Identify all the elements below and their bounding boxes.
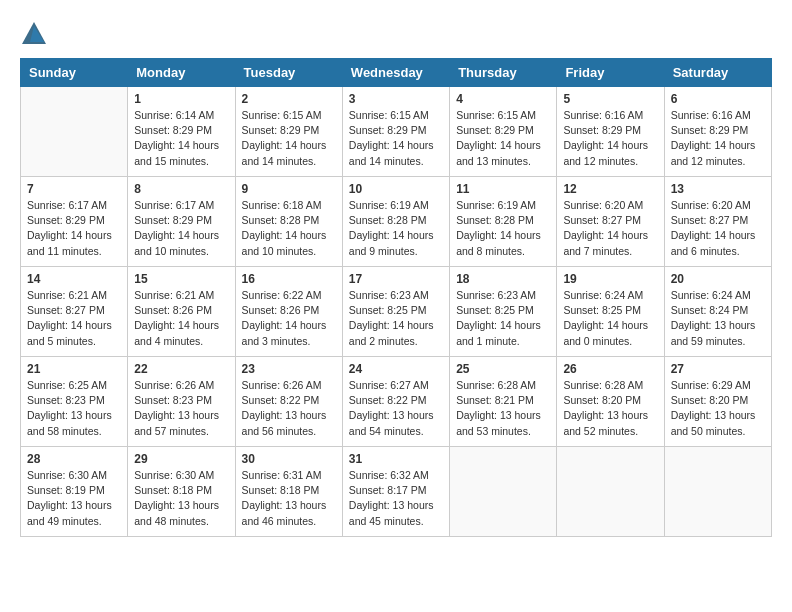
day-info: Sunrise: 6:28 AM Sunset: 8:21 PM Dayligh…: [456, 378, 550, 439]
column-header-saturday: Saturday: [664, 59, 771, 87]
day-number: 3: [349, 92, 443, 106]
column-header-sunday: Sunday: [21, 59, 128, 87]
calendar-cell: 20 Sunrise: 6:24 AM Sunset: 8:24 PM Dayl…: [664, 267, 771, 357]
day-info: Sunrise: 6:23 AM Sunset: 8:25 PM Dayligh…: [456, 288, 550, 349]
calendar-cell: 10 Sunrise: 6:19 AM Sunset: 8:28 PM Dayl…: [342, 177, 449, 267]
day-number: 18: [456, 272, 550, 286]
day-info: Sunrise: 6:18 AM Sunset: 8:28 PM Dayligh…: [242, 198, 336, 259]
day-number: 13: [671, 182, 765, 196]
logo-icon: [20, 20, 48, 48]
calendar-cell: 9 Sunrise: 6:18 AM Sunset: 8:28 PM Dayli…: [235, 177, 342, 267]
calendar-cell: [21, 87, 128, 177]
day-number: 25: [456, 362, 550, 376]
day-info: Sunrise: 6:19 AM Sunset: 8:28 PM Dayligh…: [349, 198, 443, 259]
day-number: 30: [242, 452, 336, 466]
day-info: Sunrise: 6:28 AM Sunset: 8:20 PM Dayligh…: [563, 378, 657, 439]
calendar-cell: 15 Sunrise: 6:21 AM Sunset: 8:26 PM Dayl…: [128, 267, 235, 357]
day-number: 21: [27, 362, 121, 376]
calendar-cell: 16 Sunrise: 6:22 AM Sunset: 8:26 PM Dayl…: [235, 267, 342, 357]
day-number: 28: [27, 452, 121, 466]
calendar-week-2: 7 Sunrise: 6:17 AM Sunset: 8:29 PM Dayli…: [21, 177, 772, 267]
day-info: Sunrise: 6:22 AM Sunset: 8:26 PM Dayligh…: [242, 288, 336, 349]
day-info: Sunrise: 6:25 AM Sunset: 8:23 PM Dayligh…: [27, 378, 121, 439]
calendar-cell: 31 Sunrise: 6:32 AM Sunset: 8:17 PM Dayl…: [342, 447, 449, 537]
day-info: Sunrise: 6:16 AM Sunset: 8:29 PM Dayligh…: [671, 108, 765, 169]
calendar-cell: 21 Sunrise: 6:25 AM Sunset: 8:23 PM Dayl…: [21, 357, 128, 447]
day-number: 27: [671, 362, 765, 376]
day-info: Sunrise: 6:15 AM Sunset: 8:29 PM Dayligh…: [242, 108, 336, 169]
calendar-cell: 19 Sunrise: 6:24 AM Sunset: 8:25 PM Dayl…: [557, 267, 664, 357]
day-info: Sunrise: 6:26 AM Sunset: 8:22 PM Dayligh…: [242, 378, 336, 439]
day-number: 22: [134, 362, 228, 376]
day-info: Sunrise: 6:15 AM Sunset: 8:29 PM Dayligh…: [456, 108, 550, 169]
day-info: Sunrise: 6:29 AM Sunset: 8:20 PM Dayligh…: [671, 378, 765, 439]
day-info: Sunrise: 6:21 AM Sunset: 8:26 PM Dayligh…: [134, 288, 228, 349]
calendar-cell: 25 Sunrise: 6:28 AM Sunset: 8:21 PM Dayl…: [450, 357, 557, 447]
calendar-week-3: 14 Sunrise: 6:21 AM Sunset: 8:27 PM Dayl…: [21, 267, 772, 357]
day-info: Sunrise: 6:26 AM Sunset: 8:23 PM Dayligh…: [134, 378, 228, 439]
calendar-cell: [664, 447, 771, 537]
calendar-cell: 14 Sunrise: 6:21 AM Sunset: 8:27 PM Dayl…: [21, 267, 128, 357]
day-number: 31: [349, 452, 443, 466]
day-info: Sunrise: 6:20 AM Sunset: 8:27 PM Dayligh…: [563, 198, 657, 259]
day-number: 11: [456, 182, 550, 196]
day-info: Sunrise: 6:27 AM Sunset: 8:22 PM Dayligh…: [349, 378, 443, 439]
day-number: 20: [671, 272, 765, 286]
calendar-cell: 29 Sunrise: 6:30 AM Sunset: 8:18 PM Dayl…: [128, 447, 235, 537]
calendar-cell: 22 Sunrise: 6:26 AM Sunset: 8:23 PM Dayl…: [128, 357, 235, 447]
day-number: 2: [242, 92, 336, 106]
calendar-cell: 27 Sunrise: 6:29 AM Sunset: 8:20 PM Dayl…: [664, 357, 771, 447]
day-number: 1: [134, 92, 228, 106]
column-header-thursday: Thursday: [450, 59, 557, 87]
calendar-cell: 13 Sunrise: 6:20 AM Sunset: 8:27 PM Dayl…: [664, 177, 771, 267]
column-header-wednesday: Wednesday: [342, 59, 449, 87]
calendar-cell: 8 Sunrise: 6:17 AM Sunset: 8:29 PM Dayli…: [128, 177, 235, 267]
day-info: Sunrise: 6:31 AM Sunset: 8:18 PM Dayligh…: [242, 468, 336, 529]
day-info: Sunrise: 6:20 AM Sunset: 8:27 PM Dayligh…: [671, 198, 765, 259]
calendar-cell: 7 Sunrise: 6:17 AM Sunset: 8:29 PM Dayli…: [21, 177, 128, 267]
day-info: Sunrise: 6:15 AM Sunset: 8:29 PM Dayligh…: [349, 108, 443, 169]
day-info: Sunrise: 6:30 AM Sunset: 8:19 PM Dayligh…: [27, 468, 121, 529]
calendar-cell: 4 Sunrise: 6:15 AM Sunset: 8:29 PM Dayli…: [450, 87, 557, 177]
day-info: Sunrise: 6:14 AM Sunset: 8:29 PM Dayligh…: [134, 108, 228, 169]
day-info: Sunrise: 6:30 AM Sunset: 8:18 PM Dayligh…: [134, 468, 228, 529]
calendar-week-1: 1 Sunrise: 6:14 AM Sunset: 8:29 PM Dayli…: [21, 87, 772, 177]
day-number: 7: [27, 182, 121, 196]
day-info: Sunrise: 6:23 AM Sunset: 8:25 PM Dayligh…: [349, 288, 443, 349]
calendar-header-row: SundayMondayTuesdayWednesdayThursdayFrid…: [21, 59, 772, 87]
day-info: Sunrise: 6:24 AM Sunset: 8:24 PM Dayligh…: [671, 288, 765, 349]
calendar-cell: [557, 447, 664, 537]
day-number: 15: [134, 272, 228, 286]
day-number: 8: [134, 182, 228, 196]
calendar-body: 1 Sunrise: 6:14 AM Sunset: 8:29 PM Dayli…: [21, 87, 772, 537]
calendar-cell: 17 Sunrise: 6:23 AM Sunset: 8:25 PM Dayl…: [342, 267, 449, 357]
calendar-cell: 30 Sunrise: 6:31 AM Sunset: 8:18 PM Dayl…: [235, 447, 342, 537]
column-header-friday: Friday: [557, 59, 664, 87]
calendar-cell: 23 Sunrise: 6:26 AM Sunset: 8:22 PM Dayl…: [235, 357, 342, 447]
day-number: 14: [27, 272, 121, 286]
calendar-cell: 28 Sunrise: 6:30 AM Sunset: 8:19 PM Dayl…: [21, 447, 128, 537]
page-header: [20, 20, 772, 48]
day-info: Sunrise: 6:24 AM Sunset: 8:25 PM Dayligh…: [563, 288, 657, 349]
day-number: 12: [563, 182, 657, 196]
column-header-monday: Monday: [128, 59, 235, 87]
day-number: 23: [242, 362, 336, 376]
day-info: Sunrise: 6:17 AM Sunset: 8:29 PM Dayligh…: [27, 198, 121, 259]
calendar-cell: 1 Sunrise: 6:14 AM Sunset: 8:29 PM Dayli…: [128, 87, 235, 177]
calendar-cell: 6 Sunrise: 6:16 AM Sunset: 8:29 PM Dayli…: [664, 87, 771, 177]
calendar-cell: 11 Sunrise: 6:19 AM Sunset: 8:28 PM Dayl…: [450, 177, 557, 267]
day-info: Sunrise: 6:32 AM Sunset: 8:17 PM Dayligh…: [349, 468, 443, 529]
calendar-week-4: 21 Sunrise: 6:25 AM Sunset: 8:23 PM Dayl…: [21, 357, 772, 447]
day-info: Sunrise: 6:17 AM Sunset: 8:29 PM Dayligh…: [134, 198, 228, 259]
day-number: 5: [563, 92, 657, 106]
day-number: 9: [242, 182, 336, 196]
day-number: 24: [349, 362, 443, 376]
calendar-table: SundayMondayTuesdayWednesdayThursdayFrid…: [20, 58, 772, 537]
logo: [20, 20, 50, 48]
day-number: 6: [671, 92, 765, 106]
column-header-tuesday: Tuesday: [235, 59, 342, 87]
calendar-week-5: 28 Sunrise: 6:30 AM Sunset: 8:19 PM Dayl…: [21, 447, 772, 537]
day-number: 19: [563, 272, 657, 286]
calendar-cell: 3 Sunrise: 6:15 AM Sunset: 8:29 PM Dayli…: [342, 87, 449, 177]
calendar-cell: 24 Sunrise: 6:27 AM Sunset: 8:22 PM Dayl…: [342, 357, 449, 447]
